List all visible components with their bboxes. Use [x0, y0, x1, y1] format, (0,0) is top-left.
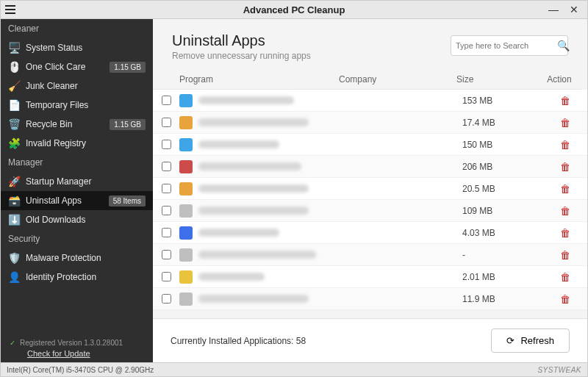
delete-button[interactable]: 🗑 — [543, 249, 587, 261]
sidebar-item-one-click-care[interactable]: 🖱️ One Click Care 1.15 GB — [1, 57, 153, 76]
minimize-button[interactable]: — — [548, 4, 559, 15]
uninstall-icon: 🗃️ — [8, 195, 20, 207]
sidebar-item-label: Junk Cleaner — [26, 81, 146, 91]
delete-button[interactable]: 🗑 — [543, 271, 587, 283]
table-body[interactable]: 153 MB🗑17.4 MB🗑150 MB🗑206 MB🗑20.5 MB🗑109… — [153, 90, 587, 318]
table-row[interactable]: 109 MB🗑 — [153, 200, 587, 222]
installed-count-label: Currently Installed Applications: 58 — [171, 336, 306, 346]
table-row[interactable]: 206 MB🗑 — [153, 156, 587, 178]
row-checkbox[interactable] — [162, 294, 171, 304]
size-value: 17.4 MB — [462, 118, 543, 128]
delete-button[interactable]: 🗑 — [543, 161, 587, 173]
program-name — [198, 96, 294, 104]
program-name — [198, 118, 309, 126]
app-icon — [179, 270, 193, 284]
table-row[interactable]: 150 MB🗑 — [153, 134, 587, 156]
main-panel: Uninstall Apps Remove unnecessary runnin… — [153, 19, 587, 362]
size-value: 206 MB — [462, 162, 543, 172]
window-title: Advanced PC Cleanup — [1, 4, 587, 15]
delete-button[interactable]: 🗑 — [543, 205, 587, 217]
app-icon — [179, 248, 193, 262]
row-checkbox[interactable] — [162, 228, 171, 237]
sidebar-item-label: Invalid Registry — [26, 138, 146, 148]
col-action: Action — [537, 74, 581, 85]
row-checkbox[interactable] — [162, 96, 171, 105]
size-value: 4.03 MB — [462, 228, 543, 238]
sidebar-item-invalid-registry[interactable]: 🧩 Invalid Registry — [1, 134, 153, 153]
table-row[interactable]: 20.5 MB🗑 — [153, 178, 587, 200]
program-name — [198, 229, 279, 237]
table-row[interactable]: 4.03 MB🗑 — [153, 222, 587, 244]
download-icon: ⬇️ — [8, 214, 20, 226]
table-row[interactable]: 2.01 MB🗑 — [153, 266, 587, 288]
delete-button[interactable]: 🗑 — [543, 139, 587, 151]
search-input[interactable] — [456, 41, 557, 50]
delete-button[interactable]: 🗑 — [543, 117, 587, 129]
close-button[interactable]: ✕ — [568, 4, 580, 15]
row-checkbox[interactable] — [162, 206, 171, 215]
sidebar-badge: 1.15 GB — [110, 119, 146, 130]
refresh-label: Refresh — [520, 335, 554, 346]
row-checkbox[interactable] — [162, 250, 171, 259]
sidebar-item-temporary-files[interactable]: 📄 Temporary Files — [1, 96, 153, 115]
cursor-icon: 🖱️ — [8, 61, 20, 73]
app-icon — [179, 116, 193, 129]
trash-icon: 🗑 — [560, 249, 570, 261]
sidebar-footer: ✓ Registered Version 1.3.0.28001 Check f… — [1, 331, 153, 362]
table-row[interactable]: -🗑 — [153, 244, 587, 266]
table-header: Program Company Size Action — [153, 70, 581, 90]
sidebar-item-malware-protection[interactable]: 🛡️ Malware Protection — [1, 248, 153, 268]
delete-button[interactable]: 🗑 — [543, 293, 587, 305]
sidebar-item-system-status[interactable]: 🖥️ System Status — [1, 38, 153, 57]
app-icon — [179, 226, 193, 240]
sidebar-item-label: Malware Protection — [26, 253, 146, 263]
trash-icon: 🗑 — [560, 139, 570, 151]
app-icon — [179, 138, 193, 151]
program-name — [198, 295, 309, 303]
col-program[interactable]: Program — [179, 74, 339, 85]
rocket-icon: 🚀 — [8, 176, 20, 187]
identity-icon: 👤 — [8, 271, 20, 283]
table-row[interactable]: 11.9 MB🗑 — [153, 288, 587, 310]
sidebar-item-startup-manager[interactable]: 🚀 Startup Manager — [1, 172, 153, 191]
sidebar-item-junk-cleaner[interactable]: 🧹 Junk Cleaner — [1, 76, 153, 96]
program-name — [198, 140, 279, 148]
sidebar-item-label: Startup Manager — [26, 176, 146, 187]
delete-button[interactable]: 🗑 — [543, 227, 587, 239]
menu-icon[interactable] — [1, 1, 20, 18]
col-size[interactable]: Size — [456, 74, 537, 85]
trash-icon: 🗑 — [560, 271, 570, 283]
delete-button[interactable]: 🗑 — [543, 183, 587, 195]
size-value: 2.01 MB — [462, 272, 543, 282]
program-name — [198, 251, 316, 259]
row-checkbox[interactable] — [162, 118, 171, 127]
sidebar-badge: 58 Items — [109, 195, 146, 207]
page-title: Uninstall Apps — [172, 32, 311, 49]
row-checkbox[interactable] — [162, 140, 171, 149]
refresh-button[interactable]: ⟳ Refresh — [491, 328, 570, 353]
sidebar-item-recycle-bin[interactable]: 🗑️ Recycle Bin 1.15 GB — [1, 115, 153, 134]
row-checkbox[interactable] — [162, 272, 171, 281]
sidebar-item-label: System Status — [26, 43, 146, 53]
delete-button[interactable]: 🗑 — [543, 95, 587, 107]
sidebar: Cleaner 🖥️ System Status 🖱️ One Click Ca… — [1, 19, 153, 362]
sidebar-item-old-downloads[interactable]: ⬇️ Old Downloads — [1, 210, 153, 229]
row-checkbox[interactable] — [162, 162, 171, 171]
app-icon — [179, 160, 193, 173]
table-row[interactable]: 153 MB🗑 — [153, 90, 587, 112]
trash-icon: 🗑️ — [8, 118, 20, 130]
row-checkbox[interactable] — [162, 184, 171, 193]
search-box[interactable]: 🔍 — [451, 35, 568, 56]
program-name — [198, 207, 309, 215]
col-company[interactable]: Company — [339, 74, 456, 85]
search-icon[interactable]: 🔍 — [557, 40, 570, 51]
app-icon — [179, 94, 193, 107]
check-update-link[interactable]: Check for Update — [10, 349, 144, 358]
sidebar-item-identity-protection[interactable]: 👤 Identity Protection — [1, 268, 153, 287]
table-row[interactable]: 17.4 MB🗑 — [153, 112, 587, 134]
trash-icon: 🗑 — [560, 95, 570, 107]
trash-icon: 🗑 — [560, 183, 570, 195]
file-icon: 📄 — [8, 99, 20, 111]
sidebar-item-uninstall-apps[interactable]: 🗃️ Uninstall Apps 58 Items — [1, 191, 153, 210]
section-security: Security — [1, 229, 153, 248]
